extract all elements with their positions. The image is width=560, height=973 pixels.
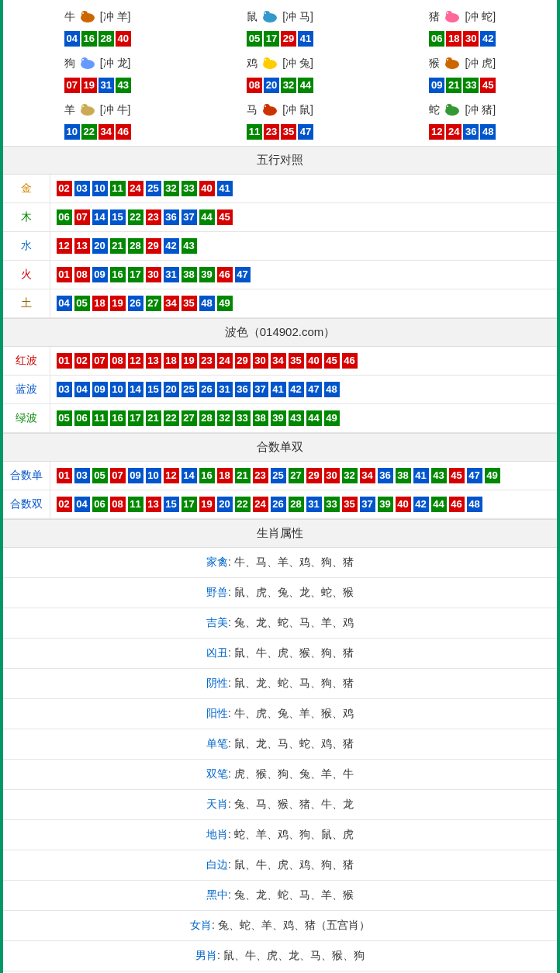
- number-ball: 16: [110, 267, 126, 282]
- number-ball: 42: [413, 497, 429, 512]
- zodiac-name: 猪: [429, 10, 440, 24]
- number-ball: 21: [446, 78, 461, 93]
- number-ball: 47: [467, 468, 482, 483]
- number-ball: 22: [81, 124, 97, 140]
- zodiac-cell: 狗[冲 龙]07193143: [9, 53, 185, 93]
- attr-row: 男肖: 鼠、牛、虎、龙、马、猴、狗: [3, 941, 557, 971]
- number-ball: 34: [99, 124, 114, 140]
- zodiac-cell: 蛇[冲 猪]12243648: [375, 99, 551, 140]
- number-ball: 14: [181, 468, 197, 483]
- attr-row: 阴性: 鼠、龙、蛇、马、狗、猪: [3, 669, 557, 699]
- attr-value: 兔、龙、蛇、马、羊、猴: [234, 888, 354, 901]
- attr-sep: :: [228, 737, 234, 750]
- row-label: 土: [3, 289, 50, 318]
- zodiac-conflict: [冲 兔]: [282, 57, 313, 71]
- svg-point-4: [264, 11, 270, 17]
- zodiac-cell: 鼠[冲 马]05172941: [192, 6, 368, 47]
- row-label: 绿波: [3, 404, 50, 433]
- number-ball: 28: [289, 497, 304, 512]
- number-ball: 35: [281, 124, 296, 140]
- number-ball: 34: [164, 296, 179, 311]
- svg-point-7: [446, 11, 452, 17]
- number-ball: 42: [480, 31, 496, 47]
- number-ball: 10: [92, 181, 108, 196]
- zodiac-cell: 猴[冲 虎]09213345: [375, 53, 551, 93]
- attr-row: 黑中: 兔、龙、蛇、马、羊、猴: [3, 881, 557, 911]
- number-ball: 36: [378, 468, 393, 483]
- number-ball: 37: [181, 209, 197, 225]
- number-ball: 38: [253, 410, 268, 426]
- number-ball: 02: [57, 497, 72, 512]
- zodiac-conflict: [冲 牛]: [100, 103, 131, 117]
- number-ball: 30: [253, 353, 268, 369]
- ox-icon: [77, 9, 99, 26]
- number-ball: 49: [485, 468, 500, 483]
- number-ball: 34: [271, 353, 286, 369]
- number-ball: 43: [289, 410, 304, 426]
- row-label: 金: [3, 175, 50, 203]
- number-ball: 16: [110, 410, 126, 426]
- number-ball: 30: [324, 468, 340, 483]
- number-ball: 36: [235, 382, 251, 397]
- number-ball: 02: [74, 353, 90, 369]
- attr-row: 凶丑: 鼠、牛、虎、猴、狗、猪: [3, 639, 557, 669]
- svg-point-2: [82, 12, 84, 14]
- attr-value: 兔、蛇、羊、鸡、猪（五宫肖）: [218, 919, 370, 931]
- zodiac-cell: 羊[冲 牛]10223446: [9, 99, 185, 140]
- attr-key: 双笔: [206, 767, 228, 780]
- svg-point-8: [447, 12, 448, 14]
- zodiac-name: 蛇: [429, 103, 440, 117]
- number-ball: 05: [247, 31, 262, 47]
- number-ball: 28: [199, 410, 215, 426]
- svg-point-14: [264, 59, 266, 61]
- attr-key: 白边: [206, 858, 228, 871]
- zodiac-conflict: [冲 龙]: [100, 57, 131, 71]
- zodiac-cell: 猪[冲 蛇]06183042: [375, 6, 551, 47]
- number-ball: 21: [110, 238, 126, 254]
- number-ball: 44: [306, 410, 322, 426]
- number-ball: 06: [92, 497, 108, 512]
- row-label: 木: [3, 203, 50, 232]
- zodiac-name: 鸡: [247, 57, 258, 71]
- attr-sep: :: [228, 858, 234, 871]
- number-ball: 25: [271, 468, 286, 483]
- svg-point-13: [264, 57, 270, 64]
- attr-key: 单笔: [206, 737, 228, 750]
- number-ball: 17: [128, 410, 143, 426]
- number-ball: 28: [128, 238, 143, 254]
- number-ball: 44: [298, 78, 313, 93]
- attr-row: 地肖: 蛇、羊、鸡、狗、鼠、虎: [3, 820, 557, 850]
- attr-sep: :: [212, 919, 218, 931]
- goat-icon: [77, 102, 99, 119]
- number-ball: 05: [57, 410, 72, 426]
- number-ball: 09: [429, 78, 444, 93]
- number-ball: 31: [164, 267, 179, 282]
- number-ball: 11: [247, 124, 262, 140]
- number-ball: 08: [247, 78, 262, 93]
- number-ball: 31: [99, 78, 114, 93]
- number-ball: 41: [217, 181, 233, 196]
- number-ball: 44: [199, 209, 215, 225]
- row-label: 水: [3, 232, 50, 261]
- number-ball: 26: [199, 382, 215, 397]
- bose-header: 波色（014902.com）: [3, 318, 557, 347]
- number-ball: 18: [164, 353, 179, 369]
- number-ball: 45: [449, 468, 465, 483]
- zodiac-cell: 鸡[冲 兔]08203244: [192, 53, 368, 93]
- number-ball: 46: [449, 497, 465, 512]
- number-ball: 40: [306, 353, 322, 369]
- attr-key: 吉美: [206, 616, 228, 628]
- number-ball: 22: [164, 410, 179, 426]
- attr-value: 鼠、牛、虎、鸡、狗、猪: [234, 858, 354, 871]
- number-ball: 09: [128, 468, 143, 483]
- zodiac-name: 猴: [429, 57, 440, 71]
- svg-point-11: [82, 59, 84, 61]
- number-ball: 19: [110, 296, 126, 311]
- attr-key: 男肖: [195, 949, 217, 961]
- attr-row: 天肖: 兔、马、猴、猪、牛、龙: [3, 790, 557, 820]
- number-ball: 06: [429, 31, 444, 47]
- number-ball: 08: [74, 267, 90, 282]
- attr-key: 地肖: [206, 828, 228, 840]
- attr-value: 兔、马、猴、猪、牛、龙: [234, 798, 354, 810]
- zodiac-grid: 牛[冲 羊]04162840鼠[冲 马]05172941猪[冲 蛇]061830…: [3, 0, 557, 146]
